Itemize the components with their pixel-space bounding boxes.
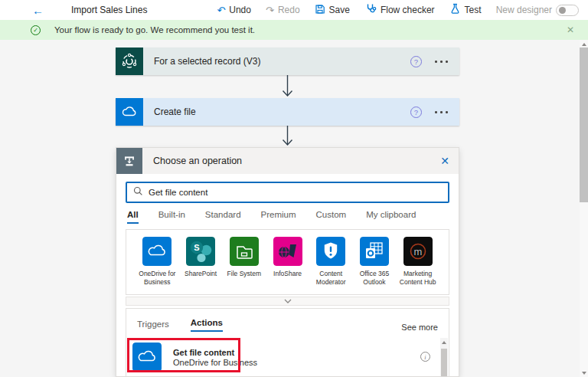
step-title: For a selected record (V3) xyxy=(154,56,260,67)
see-more-link[interactable]: See more xyxy=(401,323,438,332)
page-scrollbar[interactable] xyxy=(580,40,588,377)
undo-icon: ↶ xyxy=(217,5,225,15)
save-icon xyxy=(315,4,325,17)
stethoscope-icon xyxy=(364,3,377,17)
svg-text:m: m xyxy=(413,246,422,257)
tab-custom[interactable]: Custom xyxy=(316,210,347,224)
chevron-down-icon xyxy=(284,299,292,303)
infoshare-icon xyxy=(273,237,302,266)
step-title: Create file xyxy=(154,107,196,117)
connector-category-tabs: All Built-in Standard Premium Custom My … xyxy=(127,210,448,224)
connector-sharepoint[interactable]: S SharePoint xyxy=(179,237,223,287)
save-button[interactable]: Save xyxy=(315,4,350,17)
panel-header: Choose an operation ✕ xyxy=(116,148,459,174)
check-circle-icon: ✓ xyxy=(31,25,41,35)
tab-triggers[interactable]: Triggers xyxy=(137,320,169,332)
connector-file-system[interactable]: File System xyxy=(222,237,266,287)
command-bar-actions: ↶ Undo ↷ Redo Save Flow checker xyxy=(217,3,579,17)
tab-premium[interactable]: Premium xyxy=(261,210,296,224)
scroll-up-icon[interactable] xyxy=(442,341,446,344)
test-button[interactable]: Test xyxy=(449,3,482,17)
designer-canvas: For a selected record (V3) ? Create file… xyxy=(0,40,588,377)
tab-all[interactable]: All xyxy=(127,210,139,224)
new-designer-toggle[interactable]: New designer xyxy=(496,5,579,16)
operations-scrollbar[interactable] xyxy=(440,338,448,377)
more-options-icon[interactable] xyxy=(435,60,449,63)
beaker-icon xyxy=(449,3,461,17)
panel-close-icon[interactable]: ✕ xyxy=(440,155,449,167)
operations-list: Triggers Actions See more Get file conte… xyxy=(126,308,449,377)
operation-search[interactable] xyxy=(126,182,449,203)
redo-button[interactable]: ↷ Redo xyxy=(266,5,300,15)
tab-built-in[interactable]: Built-in xyxy=(158,210,185,224)
connector-arrow-icon xyxy=(281,75,294,98)
onedrive-icon xyxy=(116,98,143,126)
svg-text:S: S xyxy=(194,243,199,252)
marketing-hub-icon: m xyxy=(403,237,433,266)
redo-icon: ↷ xyxy=(266,5,274,15)
onedrive-icon xyxy=(132,343,162,372)
outlook-icon xyxy=(360,237,389,266)
flow-title: Import Sales Lines xyxy=(71,5,147,15)
tab-my-clipboard[interactable]: My clipboard xyxy=(366,210,416,224)
scrollbar-thumb[interactable] xyxy=(580,48,588,202)
search-input[interactable] xyxy=(149,188,442,197)
connector-arrow-icon xyxy=(281,126,294,147)
operations-list-tabs: Triggers Actions See more xyxy=(126,309,449,332)
notification-banner: ✓ Your flow is ready to go. We recommend… xyxy=(0,20,588,40)
tab-actions[interactable]: Actions xyxy=(191,318,223,332)
dataverse-icon xyxy=(116,48,143,75)
scroll-up-icon[interactable] xyxy=(582,43,586,46)
search-icon xyxy=(133,185,143,199)
onedrive-icon xyxy=(142,237,172,266)
folder-icon xyxy=(230,237,259,266)
back-icon[interactable]: ← xyxy=(32,5,44,16)
tab-standard[interactable]: Standard xyxy=(205,210,241,224)
operation-title: Get file content xyxy=(173,348,257,357)
panel-title: Choose an operation xyxy=(153,156,242,166)
notification-message: Your flow is ready to go. We recommend y… xyxy=(54,25,255,34)
toggle-switch-icon[interactable] xyxy=(556,5,579,16)
flow-step-create-file[interactable]: Create file ? xyxy=(116,98,459,126)
flow-step-for-selected-record[interactable]: For a selected record (V3) ? xyxy=(116,48,459,75)
operation-icon xyxy=(116,148,142,174)
choose-operation-panel: Choose an operation ✕ All Built-in Stand… xyxy=(116,147,459,377)
help-icon[interactable]: ? xyxy=(410,107,422,118)
notification-close-icon[interactable]: ✕ xyxy=(567,25,574,35)
undo-button[interactable]: ↶ Undo xyxy=(217,5,251,15)
command-bar: ← Import Sales Lines ↶ Undo ↷ Redo Save … xyxy=(0,0,588,20)
info-icon[interactable]: i xyxy=(420,352,430,362)
connector-content-moderator[interactable]: Content Moderator xyxy=(309,237,353,287)
scrollbar-thumb[interactable] xyxy=(441,349,447,377)
shield-exclamation-icon xyxy=(316,237,345,266)
connector-marketing-content-hub[interactable]: m Marketing Content Hub xyxy=(396,237,439,287)
more-options-icon[interactable] xyxy=(435,110,449,113)
flow-checker-button[interactable]: Flow checker xyxy=(364,3,435,17)
operation-get-file-content[interactable]: Get file content OneDrive for Business xyxy=(132,343,257,372)
operation-subtitle: OneDrive for Business xyxy=(173,358,257,367)
scroll-down-icon[interactable] xyxy=(582,372,586,375)
connector-office365-outlook[interactable]: Office 365 Outlook xyxy=(353,237,397,287)
sharepoint-icon: S xyxy=(186,237,215,266)
collapse-connectors-bar[interactable] xyxy=(126,297,449,306)
help-icon[interactable]: ? xyxy=(410,56,422,67)
connector-onedrive-business[interactable]: OneDrive for Business xyxy=(136,237,179,287)
connector-suggestions: OneDrive for Business S SharePoint xyxy=(126,229,449,295)
connector-infoshare[interactable]: InfoShare xyxy=(266,237,309,287)
